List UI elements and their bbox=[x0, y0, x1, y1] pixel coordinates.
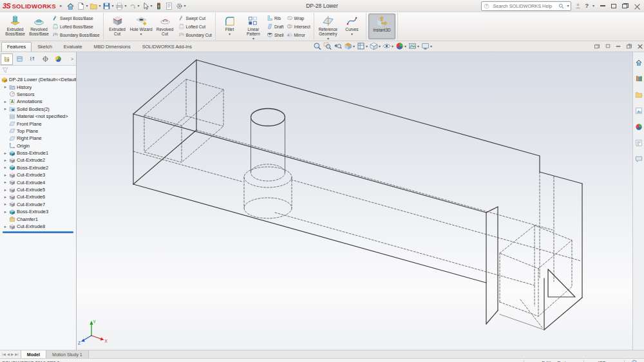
tree-item-origin[interactable]: Origin bbox=[0, 142, 76, 149]
tab-sketch[interactable]: Sketch bbox=[32, 42, 58, 52]
taskpane-appearances-button[interactable] bbox=[635, 122, 643, 133]
new-document-button[interactable]: ▾ bbox=[76, 1, 88, 11]
tree-item-history[interactable]: ▸History bbox=[0, 83, 76, 90]
units-selector[interactable]: IPS ▾ bbox=[584, 360, 624, 362]
tree-item-boss-extrude1[interactable]: ▸Boss-Extrude1 bbox=[0, 149, 76, 157]
dropdown-caret-icon[interactable]: ▾ bbox=[140, 32, 142, 36]
mirror-button[interactable]: Mirror bbox=[287, 32, 310, 38]
panel-tab-property-manager[interactable] bbox=[14, 53, 26, 65]
tree-item-front-plane[interactable]: Front Plane bbox=[0, 120, 76, 127]
expand-arrow-icon[interactable]: ▸ bbox=[3, 158, 8, 163]
edit-appearance-button[interactable]: ▾ bbox=[395, 42, 406, 50]
doc-new-window-icon[interactable] bbox=[606, 44, 610, 48]
undo-button[interactable]: ▾ bbox=[128, 1, 140, 11]
dropdown-caret-icon[interactable]: ▾ bbox=[151, 4, 153, 8]
taskpane-forum-button[interactable] bbox=[635, 154, 643, 166]
taskpane-custom-properties-button[interactable] bbox=[635, 138, 643, 149]
expand-arrow-icon[interactable]: ▸ bbox=[3, 180, 8, 185]
tree-item-cut-extrude3[interactable]: ▸Cut-Extrude3 bbox=[0, 171, 76, 178]
panel-tab-dimxpert-manager[interactable] bbox=[39, 53, 52, 65]
expand-arrow-icon[interactable]: ▸ bbox=[3, 84, 8, 90]
maximize-button[interactable] bbox=[611, 4, 616, 8]
expand-arrow-icon[interactable]: ▸ bbox=[3, 165, 8, 170]
search-icon[interactable] bbox=[558, 3, 564, 9]
tree-item-cut-extrude7[interactable]: ▸Cut-Extrude7 bbox=[0, 201, 76, 208]
tab-last-icon[interactable]: ▶| bbox=[15, 352, 19, 356]
tree-item-cut-extrude8[interactable]: ▸Cut-Extrude8 bbox=[0, 223, 76, 230]
lofted-cut-button[interactable]: Lofted Cut bbox=[178, 23, 212, 30]
dropdown-caret-icon[interactable]: ▾ bbox=[124, 4, 126, 8]
taskpane-home-button[interactable] bbox=[635, 57, 643, 69]
tree-item-chamfer1[interactable]: Chamfer1 bbox=[0, 215, 76, 222]
expand-arrow-icon[interactable]: ▸ bbox=[3, 173, 8, 178]
section-view-button[interactable]: ▾ bbox=[344, 42, 355, 50]
lofted-boss-base-button[interactable]: Lofted Boss/Base bbox=[52, 23, 100, 30]
search-caret-icon[interactable]: ▾ bbox=[567, 4, 569, 8]
linear-pattern-button[interactable]: Linear Pattern▾ bbox=[242, 14, 265, 39]
pin-icon[interactable] bbox=[627, 43, 633, 49]
extruded-cut-button[interactable]: Extruded Cut bbox=[106, 14, 129, 39]
hide-show-items-button[interactable]: ▾ bbox=[383, 42, 393, 50]
search-box[interactable]: ? ▾ bbox=[481, 1, 571, 11]
expand-arrow-icon[interactable]: ▸ bbox=[3, 106, 8, 111]
expand-arrow-icon[interactable]: ▸ bbox=[3, 195, 8, 200]
intersect-button[interactable]: Intersect bbox=[287, 23, 310, 30]
dropdown-caret-icon[interactable]: ▾ bbox=[379, 44, 381, 48]
expand-arrow-icon[interactable]: ▸ bbox=[3, 209, 8, 214]
curves-button[interactable]: Curves▾ bbox=[340, 14, 364, 39]
expand-arrow-icon[interactable]: ▸ bbox=[3, 99, 8, 104]
dropdown-caret-icon[interactable]: ▾ bbox=[404, 44, 406, 48]
tree-item-sensors[interactable]: Sensors bbox=[0, 91, 76, 98]
swept-cut-button[interactable]: Swept Cut bbox=[178, 15, 212, 21]
home-button[interactable] bbox=[66, 1, 75, 11]
globe-icon[interactable] bbox=[631, 359, 638, 362]
close-button[interactable] bbox=[634, 3, 640, 9]
swept-boss-base-button[interactable]: Swept Boss/Base bbox=[52, 15, 100, 21]
dropdown-caret-icon[interactable]: ▾ bbox=[366, 44, 368, 48]
user-icon[interactable] bbox=[574, 3, 582, 10]
expand-arrow-icon[interactable]: ▸ bbox=[3, 187, 8, 193]
rollback-bar[interactable] bbox=[3, 231, 73, 233]
tree-item-cut-extrude5[interactable]: ▸Cut-Extrude5 bbox=[0, 186, 76, 193]
options-button[interactable]: ▾ bbox=[175, 1, 187, 11]
dropdown-caret-icon[interactable]: ▾ bbox=[229, 32, 231, 36]
panel-tab-display-manager[interactable] bbox=[52, 53, 64, 65]
wrap-button[interactable]: Wrap bbox=[287, 15, 310, 21]
rebuild-button[interactable] bbox=[154, 1, 164, 11]
dropdown-caret-icon[interactable]: ▾ bbox=[327, 37, 329, 41]
dropdown-caret-icon[interactable]: ▾ bbox=[252, 37, 254, 41]
dropdown-caret-icon[interactable]: ▾ bbox=[184, 4, 186, 8]
revolved-boss-base-button[interactable]: Revolved Boss/Base bbox=[27, 14, 51, 39]
tree-item-boss-extrude3[interactable]: ▸Boss-Extrude3 bbox=[0, 208, 76, 215]
tab-scroll-buttons[interactable]: |◀ ◀ ▶ ▶| bbox=[0, 350, 21, 358]
tree-item-cut-extrude4[interactable]: ▸Cut-Extrude4 bbox=[0, 178, 76, 186]
minimize-button[interactable] bbox=[600, 5, 605, 6]
tree-item-top-plane[interactable]: Top Plane bbox=[0, 128, 76, 135]
dropdown-caret-icon[interactable]: ▾ bbox=[392, 44, 393, 48]
taskpane-file-explorer-button[interactable] bbox=[635, 90, 643, 101]
taskpane-close-icon[interactable] bbox=[638, 43, 642, 48]
extruded-boss-base-button[interactable]: Extruded Boss/Base bbox=[3, 14, 27, 39]
tree-item-boss-extrude2[interactable]: ▸Boss-Extrude2 bbox=[0, 164, 76, 171]
zoom-to-area-button[interactable] bbox=[323, 42, 332, 50]
tab-next-icon[interactable]: ▶ bbox=[11, 352, 14, 356]
view-settings-button[interactable]: ▾ bbox=[421, 42, 432, 50]
panel-tab-configuration-manager[interactable] bbox=[26, 53, 39, 65]
dropdown-caret-icon[interactable]: ▾ bbox=[138, 4, 140, 8]
expand-arrow-icon[interactable]: ▸ bbox=[3, 224, 8, 229]
dropdown-caret-icon[interactable]: ▾ bbox=[417, 44, 419, 48]
display-style-button[interactable]: ▾ bbox=[370, 42, 381, 50]
fillet-button[interactable]: Fillet▾ bbox=[218, 14, 242, 39]
help-caret-icon[interactable]: ▾ bbox=[592, 4, 594, 8]
dropdown-caret-icon[interactable]: ▾ bbox=[111, 4, 113, 8]
tree-item-solid-bodies-2[interactable]: ▸Solid Bodies(2) bbox=[0, 106, 76, 113]
tab-evaluate[interactable]: Evaluate bbox=[58, 42, 88, 52]
help-button[interactable]: ? bbox=[585, 3, 589, 9]
tab-features[interactable]: Features bbox=[1, 42, 32, 52]
tab-prev-icon[interactable]: ◀ bbox=[7, 352, 10, 356]
doc-restore-icon[interactable] bbox=[594, 44, 600, 48]
dropdown-caret-icon[interactable]: ▾ bbox=[353, 44, 355, 48]
tab-first-icon[interactable]: |◀ bbox=[2, 352, 6, 356]
doc-minimize-icon[interactable] bbox=[616, 46, 620, 47]
restore-button[interactable] bbox=[622, 3, 629, 8]
